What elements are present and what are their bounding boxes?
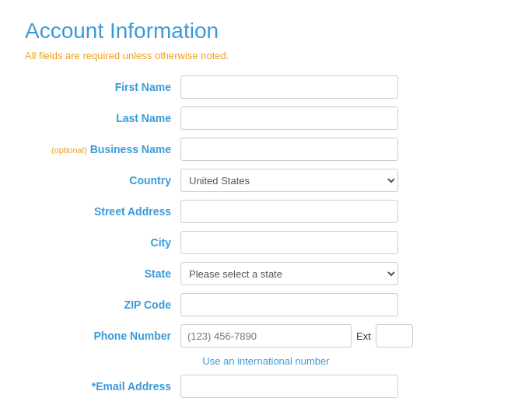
country-select[interactable]: United States Canada United Kingdom Aust…: [180, 169, 398, 192]
first-name-input[interactable]: [180, 75, 398, 99]
page-title: Account Information: [25, 19, 507, 44]
first-name-label: First Name: [25, 81, 180, 93]
phone-number-label: Phone Number: [25, 330, 180, 342]
form-subtitle: All fields are required unless otherwise…: [25, 50, 507, 61]
street-address-row: Street Address: [25, 200, 507, 223]
email-input[interactable]: [180, 375, 398, 398]
city-label: City: [25, 236, 180, 249]
international-link[interactable]: Use an international number: [202, 355, 329, 367]
country-select-wrapper: United States Canada United Kingdom Aust…: [180, 169, 507, 192]
international-link-row: Use an international number: [25, 355, 507, 367]
last-name-row: Last Name: [25, 106, 507, 130]
ext-label: Ext: [356, 330, 371, 342]
business-name-label-text: Business Name: [90, 143, 171, 155]
account-form: First Name Last Name (optional) Business…: [25, 75, 507, 398]
optional-tag: (optional): [51, 145, 87, 155]
last-name-input[interactable]: [180, 106, 398, 130]
phone-input-wrapper: Ext: [180, 324, 507, 347]
state-label: State: [25, 267, 180, 280]
business-name-input-wrapper: [180, 138, 507, 161]
phone-number-input[interactable]: [180, 324, 352, 347]
street-address-input[interactable]: [180, 200, 398, 223]
country-label: Country: [25, 174, 180, 187]
street-address-label: Street Address: [25, 205, 180, 218]
state-row: State Please select a state Alabama Alas…: [25, 262, 507, 285]
business-name-input[interactable]: [180, 138, 398, 161]
email-row: *Email Address: [25, 375, 507, 398]
state-select-wrapper: Please select a state Alabama Alaska Ari…: [180, 262, 507, 285]
phone-number-row: Phone Number Ext: [25, 324, 507, 347]
country-row: Country United States Canada United King…: [25, 169, 507, 192]
zip-code-row: ZIP Code: [25, 293, 507, 316]
zip-code-input[interactable]: [180, 293, 398, 316]
last-name-label: Last Name: [25, 112, 180, 124]
first-name-input-wrapper: [180, 75, 507, 99]
email-input-wrapper: [180, 375, 507, 398]
last-name-input-wrapper: [180, 106, 507, 130]
zip-code-input-wrapper: [180, 293, 507, 316]
city-row: City: [25, 231, 507, 254]
ext-input[interactable]: [376, 324, 413, 347]
business-name-label: (optional) Business Name: [25, 143, 180, 155]
email-label: *Email Address: [25, 380, 180, 393]
business-name-row: (optional) Business Name: [25, 138, 507, 161]
first-name-row: First Name: [25, 75, 507, 99]
street-address-input-wrapper: [180, 200, 507, 223]
zip-code-label: ZIP Code: [25, 298, 180, 311]
city-input-wrapper: [180, 231, 507, 254]
city-input[interactable]: [180, 231, 398, 254]
state-select[interactable]: Please select a state Alabama Alaska Ari…: [180, 262, 398, 285]
